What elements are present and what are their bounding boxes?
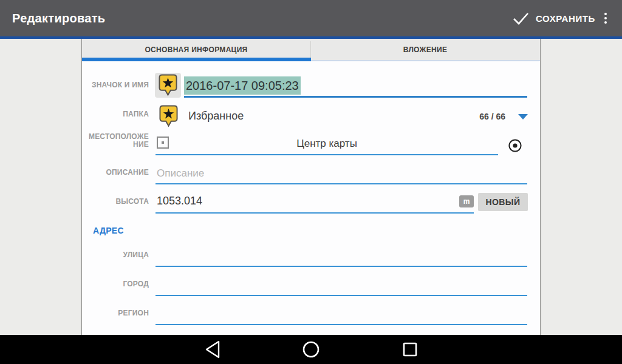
name-input-underline [184,96,527,98]
name-input[interactable]: 2016-07-17 09:05:23 [184,76,301,95]
star-map-pin-icon [159,74,177,96]
save-button[interactable]: СОХРАНИТЬ [513,0,595,36]
vertical-dots-icon [604,13,607,15]
folder-count: 66 / 66 [462,112,505,121]
location-label: МЕСТОПОЛОЖЕНИЕ [85,133,149,149]
save-button-label: СОХРАНИТЬ [536,13,595,24]
location-source-button[interactable]: Центр карты [156,138,498,150]
nav-back-button[interactable] [199,335,228,364]
active-tab-indicator [82,58,311,61]
action-bar: Редактировать СОХРАНИТЬ [0,0,622,36]
gps-target-button[interactable] [507,137,524,154]
region-input[interactable] [156,324,527,325]
city-label: ГОРОД [85,280,149,288]
screen: Редактировать СОХРАНИТЬ ОСНОВНАЯ ИНФОРМА… [0,0,622,364]
folder-icon[interactable] [157,103,180,129]
overflow-menu-button[interactable] [598,0,613,36]
nav-recents-button[interactable] [395,335,425,364]
region-label: РЕГИОН [85,309,149,317]
nav-home-button[interactable] [296,335,326,364]
star-map-pin-icon [159,105,178,127]
vertical-dots-icon [604,21,607,24]
altitude-underline [156,212,474,214]
description-label: ОПИСАНИЕ [85,169,149,177]
android-nav-bar [0,335,622,364]
recents-square-icon [402,342,418,357]
folder-select-value[interactable]: Избранное [188,110,244,123]
dropdown-triangle-icon[interactable] [518,114,528,120]
street-label: УЛИЦА [85,251,149,259]
target-circle-icon [508,138,522,153]
home-circle-icon [302,340,320,359]
icon-name-label: ЗНАЧОК И ИМЯ [85,81,149,89]
altitude-label: ВЫСОТА [85,198,149,206]
vertical-dots-icon [604,17,607,19]
check-icon [513,12,529,25]
street-input[interactable] [156,266,527,267]
address-section-header: АДРЕС [93,226,124,235]
tab-attachment[interactable]: ВЛОЖЕНИЕ [311,39,539,60]
location-underline [156,154,498,155]
description-underline [156,183,527,184]
edit-form-panel [82,39,540,335]
city-input[interactable] [156,295,527,296]
description-input[interactable]: Описание [157,167,204,180]
waypoint-icon-button[interactable] [155,73,181,98]
altitude-input[interactable]: 1053.014 [157,195,202,207]
back-triangle-icon [204,340,222,359]
page-title: Редактировать [12,0,105,36]
altitude-new-button[interactable]: НОВЫЙ [478,193,528,211]
folder-label: ПАПКА [85,110,149,118]
altitude-unit-badge: m [459,195,474,207]
panel-right-edge [540,39,541,335]
tab-basic-info[interactable]: ОСНОВНАЯ ИНФОРМАЦИЯ [82,39,310,60]
